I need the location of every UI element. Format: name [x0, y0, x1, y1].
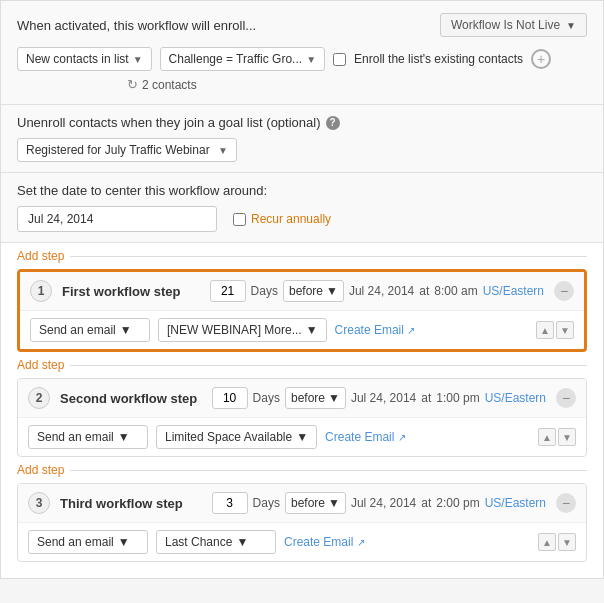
dropdown-arrow-icon: ▼ [306, 323, 318, 337]
step-2-remove-button[interactable]: − [556, 388, 576, 408]
contact-list-label: New contacts in list [26, 52, 129, 66]
main-container: When activated, this workflow will enrol… [0, 0, 604, 579]
step-2-time: 1:00 pm [436, 391, 479, 405]
dropdown-arrow-icon: ▼ [296, 430, 308, 444]
step-1-email-select[interactable]: [NEW WEBINAR] More... ▼ [158, 318, 327, 342]
dropdown-arrow-icon: ▼ [120, 323, 132, 337]
recur-annually-checkbox[interactable] [233, 213, 246, 226]
step-1-create-email-link[interactable]: Create Email ↗ [335, 323, 416, 337]
goal-label: Unenroll contacts when they join a goal … [17, 115, 587, 130]
add-step-row-top: Add step [1, 243, 603, 269]
step-2-at-label: at [421, 391, 431, 405]
enroll-existing-label: Enroll the list's existing contacts [354, 52, 523, 66]
step-3-at-label: at [421, 496, 431, 510]
step-3-days-input[interactable] [212, 492, 248, 514]
step-3-timing: Days before ▼ Jul 24, 2014 at 2:00 pm US… [212, 492, 546, 514]
step-2-timezone[interactable]: US/Eastern [485, 391, 546, 405]
date-row: Recur annually [17, 206, 587, 232]
date-section: Set the date to center this workflow aro… [1, 173, 603, 243]
step-2-header: 2 Second workflow step Days before ▼ Jul… [18, 379, 586, 418]
add-step-divider [70, 256, 587, 257]
step-1-remove-button[interactable]: − [554, 281, 574, 301]
dropdown-arrow-icon: ▼ [218, 145, 228, 156]
step-1-direction-select[interactable]: before ▼ [283, 280, 344, 302]
goal-section: Unenroll contacts when they join a goal … [1, 105, 603, 173]
dropdown-arrow-icon: ▼ [118, 535, 130, 549]
step-1-date-ref: Jul 24, 2014 [349, 284, 414, 298]
goal-list-select[interactable]: Registered for July Traffic Webinar ▼ [17, 138, 237, 162]
step-1-header: 1 First workflow step Days before ▼ Jul … [20, 272, 584, 311]
step-block-2: 2 Second workflow step Days before ▼ Jul… [17, 378, 587, 457]
step-2-number: 2 [28, 387, 50, 409]
step-1-move-down-button[interactable]: ▼ [556, 321, 574, 339]
dropdown-arrow-icon: ▼ [328, 391, 340, 405]
challenge-label: Challenge = Traffic Gro... [169, 52, 303, 66]
step-1-timezone[interactable]: US/Eastern [483, 284, 544, 298]
step-3-remove-button[interactable]: − [556, 493, 576, 513]
workflow-status-label: Workflow Is Not Live [451, 18, 560, 32]
external-link-icon: ↗ [407, 325, 415, 336]
step-3-move-down-button[interactable]: ▼ [558, 533, 576, 551]
dropdown-arrow-icon: ▼ [133, 54, 143, 65]
step-1-at-label: at [419, 284, 429, 298]
step-2-timing: Days before ▼ Jul 24, 2014 at 1:00 pm US… [212, 387, 546, 409]
add-step-link-1[interactable]: Add step [17, 358, 64, 372]
step-2-move-down-button[interactable]: ▼ [558, 428, 576, 446]
recur-label: Recur annually [233, 212, 331, 226]
step-3-action: Send an email ▼ Last Chance ▼ Create Ema… [18, 523, 586, 561]
step-3-create-email-link[interactable]: Create Email ↗ [284, 535, 365, 549]
challenge-select[interactable]: Challenge = Traffic Gro... ▼ [160, 47, 325, 71]
step-2-date-ref: Jul 24, 2014 [351, 391, 416, 405]
add-step-row-2: Add step [1, 457, 603, 483]
step-3-title: Third workflow step [60, 496, 202, 511]
step-2-action-select[interactable]: Send an email ▼ [28, 425, 148, 449]
add-step-link-2[interactable]: Add step [17, 463, 64, 477]
step-1-number: 1 [30, 280, 52, 302]
contacts-count-text: 2 contacts [142, 78, 197, 92]
step-2-move-up-button[interactable]: ▲ [538, 428, 556, 446]
step-3-number: 3 [28, 492, 50, 514]
step-2-days-input[interactable] [212, 387, 248, 409]
step-3-email-select[interactable]: Last Chance ▼ [156, 530, 276, 554]
step-1-action-select[interactable]: Send an email ▼ [30, 318, 150, 342]
step-2-action: Send an email ▼ Limited Space Available … [18, 418, 586, 456]
add-step-divider [70, 365, 587, 366]
add-filter-button[interactable]: + [531, 49, 551, 69]
steps-area: Add step 1 First workflow step Days befo… [1, 243, 603, 578]
step-3-reorder-buttons: ▲ ▼ [538, 533, 576, 551]
step-2-days-label: Days [253, 391, 280, 405]
step-1-move-up-button[interactable]: ▲ [536, 321, 554, 339]
add-step-link-top[interactable]: Add step [17, 249, 64, 263]
step-1-reorder-buttons: ▲ ▼ [536, 321, 574, 339]
step-3-direction-select[interactable]: before ▼ [285, 492, 346, 514]
step-1-action: Send an email ▼ [NEW WEBINAR] More... ▼ … [20, 311, 584, 349]
enroll-existing-checkbox[interactable] [333, 53, 346, 66]
step-2-create-email-link[interactable]: Create Email ↗ [325, 430, 406, 444]
dropdown-arrow-icon: ▼ [328, 496, 340, 510]
step-3-header: 3 Third workflow step Days before ▼ Jul … [18, 484, 586, 523]
step-1-time: 8:00 am [434, 284, 477, 298]
step-2-email-select[interactable]: Limited Space Available ▼ [156, 425, 317, 449]
step-2-reorder-buttons: ▲ ▼ [538, 428, 576, 446]
dropdown-arrow-icon: ▼ [118, 430, 130, 444]
dropdown-arrow-icon: ▼ [236, 535, 248, 549]
contact-list-select[interactable]: New contacts in list ▼ [17, 47, 152, 71]
center-date-input[interactable] [17, 206, 217, 232]
step-3-move-up-button[interactable]: ▲ [538, 533, 556, 551]
dropdown-arrow-icon: ▼ [326, 284, 338, 298]
top-section: When activated, this workflow will enrol… [1, 1, 603, 105]
filter-row: New contacts in list ▼ Challenge = Traff… [17, 47, 587, 71]
step-2-direction-select[interactable]: before ▼ [285, 387, 346, 409]
enrollment-description: When activated, this workflow will enrol… [17, 18, 256, 33]
add-step-divider [70, 470, 587, 471]
step-3-timezone[interactable]: US/Eastern [485, 496, 546, 510]
workflow-status-button[interactable]: Workflow Is Not Live ▼ [440, 13, 587, 37]
step-2-title: Second workflow step [60, 391, 202, 406]
step-3-action-select[interactable]: Send an email ▼ [28, 530, 148, 554]
date-section-label: Set the date to center this workflow aro… [17, 183, 587, 198]
top-row: When activated, this workflow will enrol… [17, 13, 587, 37]
refresh-icon: ↻ [127, 77, 138, 92]
chevron-down-icon: ▼ [566, 20, 576, 31]
step-1-days-input[interactable] [210, 280, 246, 302]
help-icon[interactable]: ? [326, 116, 340, 130]
